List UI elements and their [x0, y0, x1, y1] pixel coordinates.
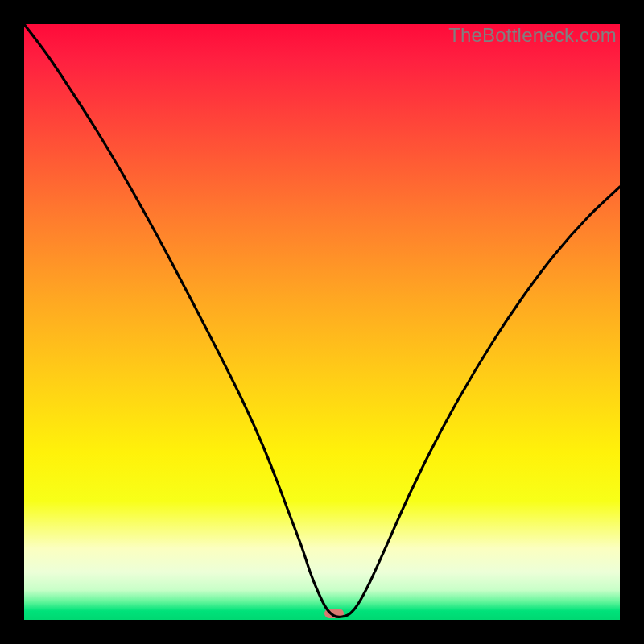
plot-area: TheBottleneck.com: [24, 24, 620, 620]
chart-frame: TheBottleneck.com: [12, 12, 632, 632]
bottleneck-curve: [24, 24, 620, 620]
watermark-text: TheBottleneck.com: [448, 24, 617, 47]
